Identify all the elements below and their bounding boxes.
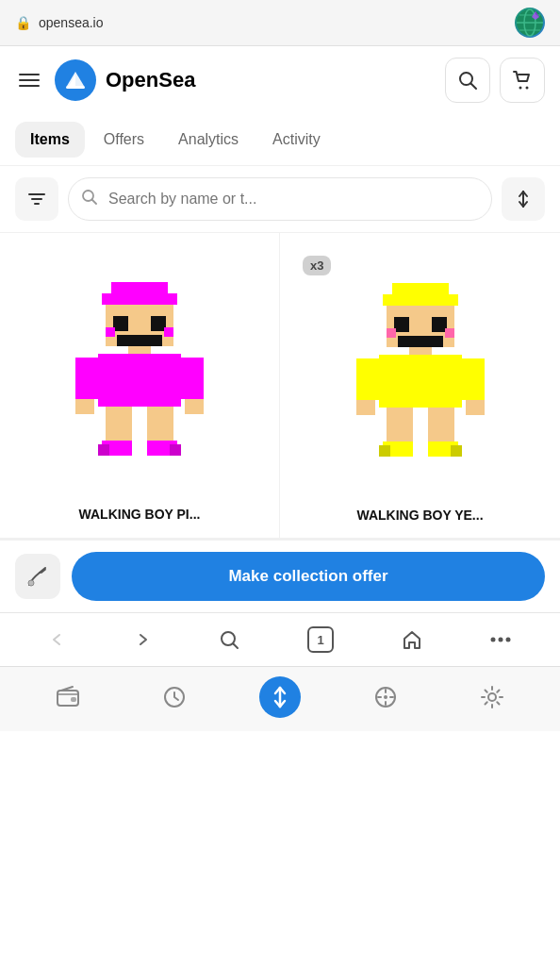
item-card[interactable]: WALKING BOY PI... [0,233,280,539]
address-bar: 🔒 opensea.io [0,0,560,46]
svg-rect-45 [409,347,432,355]
svg-rect-48 [462,358,485,400]
svg-rect-42 [387,328,396,338]
cart-icon [512,70,533,91]
svg-rect-51 [387,408,413,445]
search-input-wrap [68,177,492,221]
search-inner-icon [81,189,97,209]
x3-badge: x3 [303,256,331,275]
back-icon [49,631,66,648]
svg-rect-50 [466,400,485,415]
more-button[interactable] [479,633,522,646]
svg-rect-25 [128,346,151,354]
filter-button[interactable] [15,177,58,221]
svg-point-68 [488,693,496,701]
svg-point-10 [519,87,522,90]
item-card[interactable]: x3 [280,233,560,539]
hamburger-line [19,74,40,75]
compass-icon [373,685,398,709]
svg-rect-47 [356,358,379,400]
svg-rect-17 [111,282,168,293]
header: OpenSea [0,46,560,114]
svg-line-16 [92,200,97,205]
svg-rect-23 [164,327,173,337]
svg-point-60 [491,638,496,642]
tab-offers[interactable]: Offers [89,122,159,158]
filter-icon [27,190,46,208]
tabs-button[interactable]: 1 [296,623,345,657]
forward-icon [134,631,151,648]
svg-point-61 [499,638,503,642]
svg-point-11 [526,87,529,90]
swap-icon [268,685,292,709]
cart-button[interactable] [500,58,545,103]
lock-icon: 🔒 [15,15,31,30]
settings-button[interactable] [471,676,513,718]
collection-offer-button[interactable]: Make collection offer [72,552,545,601]
tab-analytics[interactable]: Analytics [163,122,254,158]
svg-rect-36 [170,444,181,456]
svg-rect-20 [113,316,128,331]
svg-rect-27 [75,358,98,399]
svg-rect-31 [106,407,132,444]
opensea-logo [55,59,96,101]
tabs-container: Items Offers Analytics Activity [0,114,560,166]
sort-icon [514,190,533,208]
settings-icon [480,685,504,709]
svg-rect-35 [98,444,109,456]
history-button[interactable] [154,676,195,718]
browser-search-button[interactable] [207,625,251,654]
swap-button[interactable] [259,676,301,718]
sort-button[interactable] [502,177,545,221]
svg-rect-37 [392,283,449,294]
opensea-wordmark: OpenSea [106,68,195,92]
svg-rect-22 [106,327,115,337]
tab-items[interactable]: Items [15,122,85,158]
svg-rect-55 [379,445,390,457]
back-button[interactable] [38,627,77,652]
tab-count: 1 [307,626,334,653]
svg-point-62 [506,638,511,642]
svg-rect-18 [102,293,177,305]
search-row [0,166,560,232]
svg-rect-24 [117,335,162,346]
search-icon [457,70,478,91]
menu-button[interactable] [15,70,43,91]
svg-rect-46 [379,355,462,408]
home-icon [402,629,422,650]
item-image-yellow: x3 [295,248,545,498]
svg-line-59 [234,644,239,649]
svg-rect-44 [398,336,443,347]
svg-rect-52 [428,408,454,445]
logo-area[interactable]: OpenSea [55,59,195,101]
brush-icon [26,565,49,588]
wallet-button[interactable] [47,676,89,718]
clock-icon [162,685,187,709]
system-bar [0,666,560,731]
more-icon [490,637,511,642]
brush-button[interactable] [15,554,60,599]
forward-button[interactable] [123,627,162,652]
svg-rect-29 [75,399,94,414]
browser-search-icon [219,629,239,650]
compass-button[interactable] [365,676,406,718]
svg-rect-41 [432,317,447,332]
svg-point-57 [28,580,34,586]
tab-activity[interactable]: Activity [257,122,336,158]
header-actions [445,58,545,103]
svg-rect-40 [394,317,409,332]
items-grid: WALKING BOY PI... x3 [0,233,560,539]
svg-rect-21 [151,316,166,331]
ethereum-globe-icon [515,8,545,38]
svg-rect-49 [356,400,375,415]
search-button[interactable] [445,58,490,103]
item-name-yellow: WALKING BOY YE... [356,508,483,523]
svg-rect-43 [445,328,454,338]
home-button[interactable] [390,625,434,654]
svg-rect-38 [383,294,458,306]
svg-rect-32 [147,407,173,444]
svg-rect-64 [71,697,76,702]
item-name-pink: WALKING BOY PI... [79,507,201,522]
svg-point-67 [384,695,387,699]
search-input[interactable] [68,177,492,221]
